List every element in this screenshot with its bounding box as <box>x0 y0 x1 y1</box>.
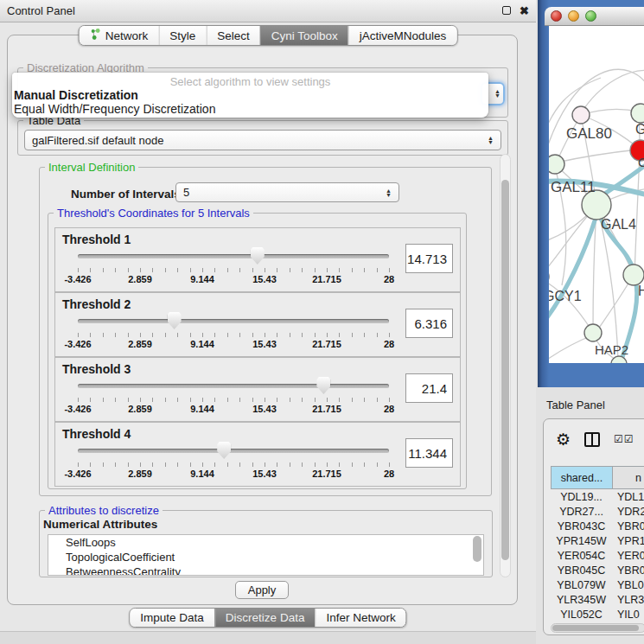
table-row[interactable]: YDR27...YDR2 <box>551 504 644 519</box>
table-toolbar: ⚙ ☑☑ <box>544 419 644 459</box>
combo-stepper-icon: ▲▼ <box>488 136 494 144</box>
slider-tick <box>252 268 253 272</box>
numerical-attributes-list[interactable]: SelfLoopsTopologicalCoefficientBetweenne… <box>48 534 484 576</box>
slider-tick <box>352 268 353 272</box>
slider-tick <box>389 333 390 337</box>
table-row[interactable]: YLR345WYLR3 <box>551 592 644 607</box>
tab-impute-data[interactable]: Impute Data <box>130 609 214 627</box>
threshold-label: Threshold 1 <box>62 233 131 246</box>
slider-tick <box>239 268 240 272</box>
slider-tick <box>352 333 353 337</box>
slider-tick <box>140 462 141 467</box>
tab-discretize-data[interactable]: Discretize Data <box>214 609 316 627</box>
node-gal80[interactable] <box>572 106 590 124</box>
slider-track[interactable] <box>78 449 389 453</box>
slider-tick-label: -3.426 <box>64 404 91 414</box>
table-row[interactable]: YIL052CYIL0 <box>551 607 644 620</box>
table-panel: Table Panel ⚙ ☑☑ shared...n YDL19...YDL1… <box>536 387 644 644</box>
attribute-list-item-selfloops[interactable]: SelfLoops <box>48 535 483 550</box>
slider-tick <box>177 268 178 272</box>
slider-thumb[interactable] <box>251 247 265 265</box>
zoom-traffic-light-icon[interactable] <box>585 10 596 22</box>
attribute-list-item-betweennesscentrality[interactable]: BetweennessCentrality <box>48 564 483 576</box>
slider-tick-label: 28 <box>384 339 394 349</box>
network-window[interactable]: GAL80 GA GAL11 C GAL4 GCY1 H HAP2 <box>538 0 644 387</box>
numerical-attributes-label: Numerical Attributes <box>43 518 157 531</box>
table-row[interactable]: YDL19...YDL1 <box>551 489 644 504</box>
slider-tick <box>115 398 116 402</box>
slider-track[interactable] <box>78 384 389 388</box>
slider-track[interactable] <box>78 254 389 258</box>
slider-tick <box>364 268 365 272</box>
table-cell: YDL19... <box>551 489 612 504</box>
node-label: C <box>638 155 644 169</box>
slider-track[interactable] <box>78 319 389 323</box>
slider-tick <box>115 462 116 467</box>
slider-tick <box>252 462 253 467</box>
table-data-combobox[interactable]: galFiltered.sif default node ▲▼ <box>24 130 501 150</box>
node-hap2[interactable] <box>584 324 602 341</box>
tab-style[interactable]: Style <box>158 26 206 45</box>
minimize-traffic-light-icon[interactable] <box>568 10 579 22</box>
algorithm-option-equal-width-frequency-discretization[interactable]: Equal Width/Frequency Discretization <box>14 102 215 116</box>
table-row[interactable]: YPR145WYPR1 <box>551 533 644 548</box>
slider-thumb[interactable] <box>168 312 182 329</box>
node-gal11[interactable] <box>549 155 564 174</box>
threshold-value-input[interactable]: 21.4 <box>405 373 453 403</box>
apply-button[interactable]: Apply <box>235 581 289 599</box>
node-clipped-top[interactable] <box>631 104 644 123</box>
tab-network[interactable]: Network <box>80 26 159 45</box>
table-hscroll-thumb[interactable] <box>552 625 639 631</box>
slider-tick <box>389 268 390 272</box>
num-intervals-combobox[interactable]: 5 ▲▼ <box>175 182 399 202</box>
node-label: H <box>638 284 644 298</box>
table-column-header-n[interactable]: n <box>613 467 644 488</box>
network-canvas[interactable]: GAL80 GA GAL11 C GAL4 GCY1 H HAP2 <box>549 26 644 363</box>
table-row[interactable]: YBR043CYBR0 <box>551 519 644 533</box>
slider-tick <box>202 333 203 337</box>
slider-tick <box>302 398 303 402</box>
table-column-header-shared-[interactable]: shared... <box>552 467 613 488</box>
slider-tick <box>277 268 277 272</box>
float-window-button[interactable] <box>502 4 511 17</box>
slider-tick <box>152 462 153 467</box>
threshold-value-input[interactable]: 11.344 <box>405 438 453 468</box>
tab-label: jActiveMNodules <box>360 29 447 42</box>
slider-tick <box>265 333 265 337</box>
slider-tick <box>165 333 166 337</box>
close-window-button[interactable]: ✖ <box>520 4 529 17</box>
tab-infer-network[interactable]: Infer Network <box>315 609 405 627</box>
threshold-value-input[interactable]: 14.713 <box>405 244 453 273</box>
slider-thumb[interactable] <box>316 377 330 394</box>
slider-tick <box>152 333 153 337</box>
table-cell: YER054C <box>551 548 612 563</box>
slider-tick <box>152 398 153 402</box>
tab-jactivemnodules[interactable]: jActiveMNodules <box>348 26 457 45</box>
threshold-value-input[interactable]: 6.316 <box>405 309 453 338</box>
settings-gear-icon[interactable]: ⚙ <box>556 431 571 448</box>
slider-tick <box>103 398 104 402</box>
table-horizontal-scrollbar[interactable] <box>551 623 644 633</box>
select-columns-icon[interactable]: ☑☑ <box>614 433 634 445</box>
algorithm-option-manual-discretization[interactable]: Manual Discretization <box>14 88 138 102</box>
panel-scrollbar[interactable] <box>500 154 511 577</box>
panel-scrollbar-thumb[interactable] <box>501 180 509 560</box>
tab-label: Style <box>169 29 195 42</box>
tab-label: Cyni Toolbox <box>271 29 338 42</box>
split-columns-icon[interactable] <box>584 432 600 447</box>
tab-cyni-toolbox[interactable]: Cyni Toolbox <box>260 26 348 45</box>
slider-tick <box>339 333 340 337</box>
slider-tick <box>140 333 141 337</box>
tab-select[interactable]: Select <box>206 26 260 45</box>
slider-tick <box>128 462 129 467</box>
node-h[interactable] <box>623 265 644 285</box>
table-row[interactable]: YBR045CYBR0 <box>551 563 644 577</box>
table-row[interactable]: YER054CYER0 <box>551 548 644 563</box>
attribute-list-scrollbar[interactable] <box>473 536 481 562</box>
close-traffic-light-icon[interactable] <box>551 10 562 22</box>
table-row[interactable]: YBL079WYBL0 <box>551 577 644 592</box>
slider-tick <box>227 333 228 337</box>
slider-thumb[interactable] <box>217 442 231 459</box>
table-cell: YLR3 <box>612 592 644 607</box>
attribute-list-item-topologicalcoefficient[interactable]: TopologicalCoefficient <box>48 550 483 564</box>
